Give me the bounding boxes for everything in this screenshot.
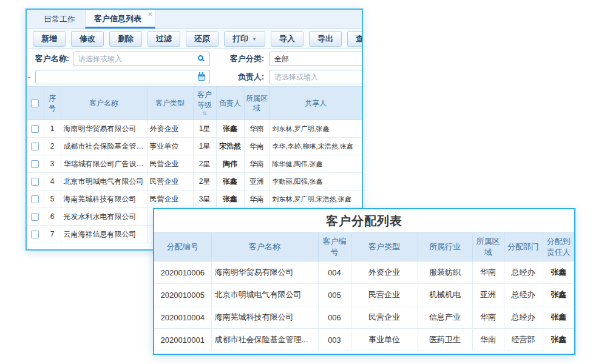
column-header-name: 客户名称 — [211, 233, 318, 261]
select-all-checkbox[interactable] — [31, 99, 39, 107]
cell-type: 事业单位 — [351, 329, 418, 351]
column-header-label: 客户类型 — [149, 98, 192, 108]
search-icon[interactable] — [197, 55, 206, 63]
customer-category-value: 全部 — [274, 54, 289, 64]
filter-button[interactable]: 过滤 — [148, 31, 180, 47]
cell-num: 5 — [44, 190, 61, 208]
tab-daily-work[interactable]: 日常工作 — [34, 10, 85, 29]
date-range-separator: - — [28, 68, 33, 86]
cell-num: 4 — [44, 173, 61, 190]
cell-assignee[interactable]: 张鑫 — [543, 306, 574, 329]
row-checkbox[interactable] — [31, 125, 39, 133]
cell-name[interactable]: 北京市明城电气有限公司 — [61, 173, 147, 190]
column-header-alloc_no: 分配编号 — [154, 233, 211, 261]
export-button[interactable]: 导出 — [309, 31, 342, 47]
column-header-label: 共享人 — [271, 98, 361, 108]
column-header-owner[interactable]: 负责人 — [216, 87, 244, 120]
column-header-label: 分配到责任人 — [544, 236, 574, 257]
sort-icon[interactable]: ⇅ — [195, 111, 215, 116]
cell-name[interactable]: 成都市社会保险基金管理... — [211, 329, 318, 351]
cell-alloc_no[interactable]: 2020010006 — [154, 261, 211, 284]
cell-owner[interactable]: 宋浩然 — [216, 138, 244, 155]
customer-name-label: 客户名称: — [32, 50, 69, 68]
column-header-label: 序号 — [46, 93, 59, 113]
customer-category-select[interactable]: 全部 — [269, 52, 363, 66]
customer-name-input[interactable] — [73, 52, 210, 66]
caret-down-icon: ▼ — [252, 36, 257, 42]
cell-shared: 李华,李婷,柳琳,宋浩然,张鑫 — [270, 138, 362, 155]
import-button[interactable]: 导入 — [271, 31, 304, 47]
cell-alloc_no[interactable]: 2020010004 — [154, 306, 211, 329]
restore-button[interactable]: 还原 — [186, 31, 219, 47]
row-checkbox[interactable] — [31, 195, 39, 203]
owner-label: 负责人: — [209, 68, 264, 86]
cell-name[interactable]: 海南明华贸易有限公司 — [211, 261, 318, 284]
cell-name[interactable]: 云南海祥信息有限公司 — [61, 226, 147, 243]
cell-name[interactable]: 华瑞城有限公司广告设计部 — [61, 155, 147, 173]
table-row: 2020010006海南明华贸易有限公司004外资企业服装纺织华南总经办张鑫 — [154, 261, 574, 284]
calendar-icon[interactable] — [197, 73, 206, 81]
column-header-name[interactable]: 客户名称 — [61, 87, 147, 120]
row-checkbox-cell — [27, 226, 44, 243]
edit-button[interactable]: 修改 — [71, 31, 104, 47]
cell-owner[interactable]: 张鑫 — [216, 190, 244, 208]
delete-button[interactable]: 删除 — [109, 31, 142, 47]
owner-input[interactable] — [269, 70, 363, 84]
cell-alloc_no[interactable]: 2020010005 — [154, 284, 211, 306]
cell-name[interactable]: 海南芜城科技有限公司 — [61, 190, 147, 208]
row-checkbox[interactable] — [31, 160, 39, 168]
cell-industry: 信息产业 — [418, 306, 472, 329]
add-button[interactable]: 新增 — [33, 31, 66, 47]
cell-assignee[interactable]: 张鑫 — [543, 261, 574, 284]
cell-region: 华南 — [472, 306, 504, 329]
column-header-label: 客户编号 — [320, 236, 350, 257]
cell-type: 民营企业 — [351, 284, 418, 306]
table-row: 4北京市明城电气有限公司民营企业2星张鑫亚洲李勤丽,阳强,张鑫 — [27, 173, 362, 190]
cell-name[interactable]: 海南明华贸易有限公司 — [61, 120, 147, 138]
button-label: 导出 — [317, 33, 333, 44]
cell-owner[interactable]: 张鑫 — [216, 173, 244, 190]
cell-name[interactable]: 海南芜城科技有限公司 — [211, 306, 318, 329]
cell-region: 亚洲 — [472, 284, 504, 306]
cell-shared: 刘东林,罗广明,宋浩然,张鑫 — [270, 190, 362, 208]
column-header-dept: 分配部门 — [504, 233, 543, 261]
cell-assignee[interactable]: 张鑫 — [543, 284, 574, 306]
table-row: 2020010001成都市社会保险基金管理...003事业单位医药卫生华南经营部… — [154, 329, 574, 351]
row-checkbox[interactable] — [31, 213, 39, 221]
cell-type: 民营企业 — [147, 190, 193, 208]
column-header-industry: 所属行业 — [418, 233, 472, 261]
cell-region: 亚洲 — [244, 173, 270, 190]
cell-name[interactable]: 北京市明城电气有限公司 — [211, 284, 318, 306]
cell-type: 民营企业 — [351, 306, 418, 329]
cell-num: 1 — [44, 120, 61, 138]
cell-name[interactable]: 光发水利水电有限公司 — [61, 208, 147, 226]
print-button[interactable]: 打印▼ — [224, 31, 265, 47]
cell-alloc_no[interactable]: 2020010001 — [154, 329, 211, 351]
cell-num: 7 — [44, 226, 61, 243]
view-log-button[interactable]: 查看日志 — [347, 31, 363, 47]
cell-num: 2 — [44, 138, 61, 155]
row-checkbox[interactable] — [31, 143, 39, 150]
column-header-region[interactable]: 所属区域 — [244, 87, 270, 120]
column-header-num[interactable]: 序号 — [44, 87, 61, 120]
row-checkbox[interactable] — [31, 178, 39, 186]
table-row: 3华瑞城有限公司广告设计部民营企业2星陶伟华南陈华健,陶伟,张鑫 — [27, 155, 362, 173]
customer-allocation-panel: 客户分配列表 分配编号客户名称客户编号客户类型所属行业所属区域分配部门分配到责任… — [153, 208, 575, 355]
column-header-level[interactable]: 客户等级⇅ — [193, 87, 216, 120]
filter-area: 客户名称: 客户分类: 全部 - 负责人: — [27, 49, 362, 86]
date-input[interactable] — [35, 70, 210, 84]
cell-owner[interactable]: 陶伟 — [216, 155, 244, 173]
column-header-type[interactable]: 客户类型 — [147, 87, 193, 120]
tab-customer-info-list[interactable]: 客户信息列表× — [85, 10, 155, 29]
column-header-shared[interactable]: 共享人 — [270, 87, 362, 120]
cell-owner[interactable]: 张鑫 — [216, 120, 244, 138]
row-checkbox[interactable] — [31, 231, 39, 238]
cell-industry: 机械机电 — [418, 284, 472, 306]
cell-region: 华南 — [244, 120, 270, 138]
select-all-checkbox-cell[interactable] — [27, 87, 44, 120]
close-tab-icon[interactable]: × — [148, 11, 152, 18]
cell-name[interactable]: 成都市社会保险基金管理... — [61, 138, 147, 155]
cell-assignee[interactable]: 张鑫 — [543, 329, 574, 351]
cell-cust_no: 003 — [318, 329, 351, 351]
table-row: 5海南芜城科技有限公司民营企业3星张鑫华南刘东林,罗广明,宋浩然,张鑫 — [27, 190, 362, 208]
